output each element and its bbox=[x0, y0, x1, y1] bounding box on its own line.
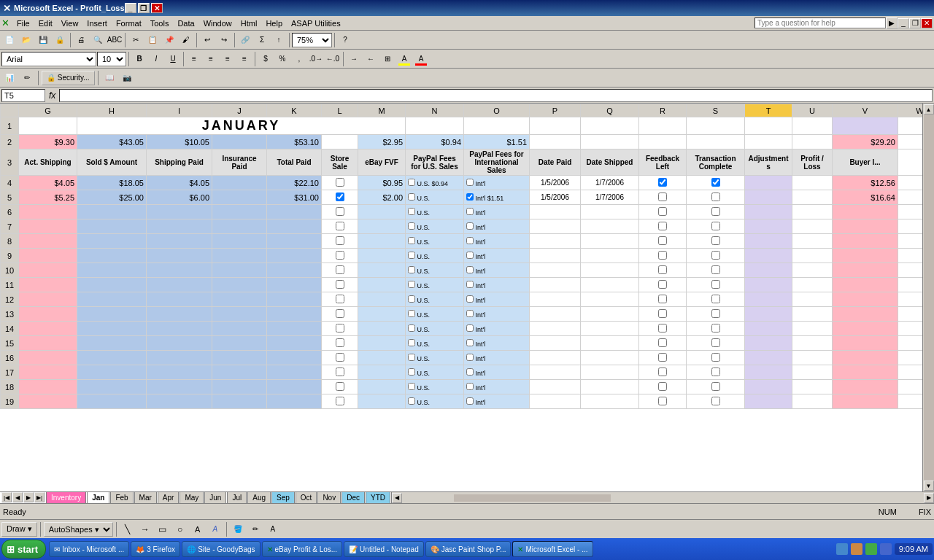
draw-menu-button[interactable]: Draw ▾ bbox=[1, 522, 37, 537]
wordart-tool[interactable]: A bbox=[207, 521, 223, 537]
cell-W19[interactable] bbox=[898, 394, 923, 409]
cell-I2[interactable]: $10.05 bbox=[147, 135, 212, 149]
cell-O7[interactable]: Int'l bbox=[464, 219, 530, 234]
cell-R12[interactable] bbox=[639, 292, 687, 307]
cell-G10[interactable] bbox=[19, 263, 77, 278]
cell-L6[interactable] bbox=[322, 205, 358, 219]
cell-N5[interactable]: U.S. bbox=[406, 190, 464, 205]
cell-K17[interactable] bbox=[267, 365, 322, 380]
cell-T2[interactable] bbox=[745, 135, 792, 149]
cell-P7[interactable] bbox=[530, 219, 581, 234]
cell-T7[interactable] bbox=[745, 219, 792, 234]
cell-K12[interactable] bbox=[267, 292, 322, 307]
menu-asap[interactable]: ASAP Utilities bbox=[287, 18, 345, 29]
cell-P2[interactable] bbox=[530, 135, 581, 149]
col-header-M[interactable]: M bbox=[358, 104, 406, 117]
cell-O12[interactable]: Int'l bbox=[464, 292, 530, 307]
header-paypalint[interactable]: PayPal Fees for International Sales bbox=[464, 149, 530, 176]
cell-T1[interactable] bbox=[745, 117, 792, 135]
cell-G2[interactable]: $9.30 bbox=[19, 135, 77, 149]
cell-G15[interactable] bbox=[19, 336, 77, 351]
print-button[interactable]: 🖨 bbox=[73, 32, 89, 48]
cell-M16[interactable] bbox=[358, 351, 406, 365]
col-header-H[interactable]: H bbox=[77, 104, 147, 117]
cell-O8[interactable]: Int'l bbox=[464, 234, 530, 249]
align-right-button[interactable]: ≡ bbox=[220, 51, 236, 67]
cell-N2[interactable]: $0.94 bbox=[406, 135, 464, 149]
spelling-button[interactable]: ABC bbox=[107, 32, 123, 48]
cell-M4[interactable]: $0.95 bbox=[358, 176, 406, 190]
cell-V2[interactable]: $29.20 bbox=[833, 135, 898, 149]
header-dateshipped[interactable]: Date Shipped bbox=[581, 149, 639, 176]
cell-L15[interactable] bbox=[322, 336, 358, 351]
header-storesale[interactable]: Store Sale bbox=[322, 149, 358, 176]
cell-O11[interactable]: Int'l bbox=[464, 278, 530, 292]
cell-L11[interactable] bbox=[322, 278, 358, 292]
cell-S8[interactable] bbox=[687, 234, 745, 249]
cell-M19[interactable] bbox=[358, 394, 406, 409]
cell-L13[interactable] bbox=[322, 307, 358, 322]
cell-Q9[interactable] bbox=[581, 249, 639, 263]
tab-jul[interactable]: Jul bbox=[227, 492, 247, 503]
cell-W15[interactable] bbox=[898, 336, 923, 351]
cell-T9[interactable] bbox=[745, 249, 792, 263]
cell-M17[interactable] bbox=[358, 365, 406, 380]
cell-N1[interactable] bbox=[406, 117, 464, 135]
taskbar-site[interactable]: 🌐 Site - GoodyBags bbox=[182, 541, 260, 557]
header-actshipping[interactable]: Act. Shipping bbox=[19, 149, 77, 176]
cell-N7[interactable]: U.S. bbox=[406, 219, 464, 234]
cell-Q12[interactable] bbox=[581, 292, 639, 307]
cell-O5[interactable]: Int'l $1.51 bbox=[464, 190, 530, 205]
cell-U16[interactable] bbox=[792, 351, 833, 365]
cell-R17[interactable] bbox=[639, 365, 687, 380]
cell-J11[interactable] bbox=[212, 278, 267, 292]
cell-W14[interactable] bbox=[898, 322, 923, 336]
cell-U1[interactable] bbox=[792, 117, 833, 135]
cell-J14[interactable] bbox=[212, 322, 267, 336]
header-transactioncomplete[interactable]: Transaction Complete bbox=[687, 149, 745, 176]
cell-U9[interactable] bbox=[792, 249, 833, 263]
cell-N14[interactable]: U.S. bbox=[406, 322, 464, 336]
cell-Q10[interactable] bbox=[581, 263, 639, 278]
bold-button[interactable]: B bbox=[131, 51, 147, 67]
horizontal-scrollbar[interactable]: ◀ ▶ bbox=[391, 492, 934, 503]
formula-input[interactable] bbox=[59, 89, 933, 102]
cell-N16[interactable]: U.S. bbox=[406, 351, 464, 365]
drawing-button[interactable]: ✏ bbox=[19, 70, 35, 86]
cell-N4[interactable]: U.S. $0.94 bbox=[406, 176, 464, 190]
menu-insert[interactable]: Insert bbox=[82, 18, 112, 29]
textbox-tool[interactable]: A bbox=[190, 521, 206, 537]
close-button[interactable]: ✕ bbox=[151, 3, 163, 13]
cell-Q2[interactable] bbox=[581, 135, 639, 149]
autoshapes-combo[interactable]: AutoShapes ▾ bbox=[44, 522, 113, 537]
font-name-combo[interactable]: Arial bbox=[1, 52, 96, 66]
cell-V10[interactable] bbox=[833, 263, 898, 278]
cell-O4[interactable]: Int'l bbox=[464, 176, 530, 190]
col-header-T[interactable]: T bbox=[745, 104, 792, 117]
research-button[interactable]: 📖 bbox=[101, 70, 117, 86]
cell-N6[interactable]: U.S. bbox=[406, 205, 464, 219]
header-adjustments[interactable]: Adjustments bbox=[745, 149, 792, 176]
save-button[interactable]: 💾 bbox=[35, 32, 51, 48]
header-buyerid[interactable]: Buyer I... bbox=[833, 149, 898, 176]
cell-U13[interactable] bbox=[792, 307, 833, 322]
tab-prev-button[interactable]: ◀ bbox=[12, 492, 23, 502]
align-center-button[interactable]: ≡ bbox=[203, 51, 219, 67]
cell-I5[interactable]: $6.00 bbox=[147, 190, 212, 205]
cell-N10[interactable]: U.S. bbox=[406, 263, 464, 278]
header-datepaid[interactable]: Date Paid bbox=[530, 149, 581, 176]
cell-I10[interactable] bbox=[147, 263, 212, 278]
cell-O14[interactable]: Int'l bbox=[464, 322, 530, 336]
camera-button[interactable]: 📷 bbox=[119, 70, 135, 86]
cell-G13[interactable] bbox=[19, 307, 77, 322]
cell-S7[interactable] bbox=[687, 219, 745, 234]
cell-S19[interactable] bbox=[687, 394, 745, 409]
cell-U17[interactable] bbox=[792, 365, 833, 380]
new-button[interactable]: 📄 bbox=[1, 32, 18, 48]
cell-J12[interactable] bbox=[212, 292, 267, 307]
cell-U14[interactable] bbox=[792, 322, 833, 336]
cell-V4[interactable]: $12.56 bbox=[833, 176, 898, 190]
cell-P13[interactable] bbox=[530, 307, 581, 322]
cell-O10[interactable]: Int'l bbox=[464, 263, 530, 278]
cell-U4[interactable] bbox=[792, 176, 833, 190]
